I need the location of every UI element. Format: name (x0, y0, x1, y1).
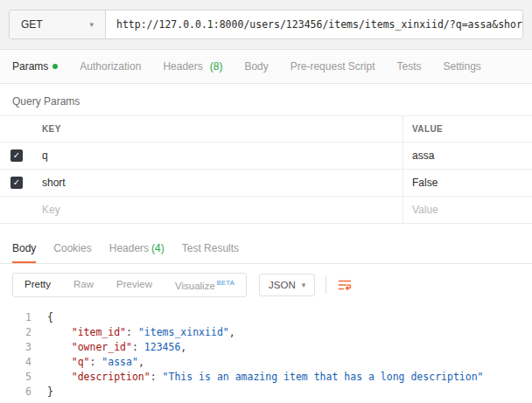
new-param-key-field[interactable]: Key (33, 197, 402, 223)
tab-tests[interactable]: Tests (396, 50, 421, 83)
code-token: : (150, 371, 163, 383)
param-key-field[interactable]: q (33, 142, 402, 169)
checkbox-cell: ✓ (0, 142, 33, 169)
code-line-content: { (47, 310, 53, 325)
tab-label: Body (244, 60, 268, 73)
row-checkbox[interactable]: ✓ (10, 149, 23, 162)
view-tab-raw[interactable]: Raw (62, 274, 105, 296)
line-number: 5 (0, 370, 32, 385)
tab-label: Cookies (53, 242, 91, 254)
table-row: ✓ q assa (0, 142, 532, 170)
response-tab-test-results[interactable]: Test Results (182, 234, 239, 263)
view-tab-label: Raw (74, 279, 94, 289)
code-token-key: "q" (72, 356, 90, 368)
code-token: : (126, 326, 138, 338)
key-column-header: KEY (33, 116, 402, 142)
response-tabs: Body Cookies Headers (4) Test Results (0, 234, 532, 264)
row-checkbox[interactable]: ✓ (10, 177, 23, 189)
code-token: , (138, 356, 144, 368)
beta-badge: BETA (217, 279, 234, 287)
response-headers-count: (4) (151, 242, 164, 254)
tab-authorization[interactable]: Authorization (80, 50, 141, 83)
value-column-header: VALUE (402, 116, 532, 142)
request-url-bar: GET ▾ http://127.0.0.1:8000/users/123456… (0, 0, 532, 50)
tab-body[interactable]: Body (244, 50, 268, 83)
code-token-string: "assa" (102, 356, 138, 368)
response-tab-body[interactable]: Body (12, 234, 36, 263)
tab-label: Settings (444, 60, 481, 73)
code-line-content: "item_id": "items_xinxiid", (47, 325, 235, 340)
view-tab-preview[interactable]: Preview (105, 274, 164, 296)
response-format-select[interactable]: JSON ▾ (259, 274, 315, 296)
response-toolbar: Pretty Raw Preview VisualizeBETA JSON ▾ (12, 273, 520, 297)
response-tab-cookies[interactable]: Cookies (53, 234, 91, 263)
tab-label: Headers (163, 60, 202, 73)
code-line-content: "description": "This is an amazing item … (47, 370, 484, 385)
url-container: GET ▾ http://127.0.0.1:8000/users/123456… (9, 10, 523, 39)
code-line-content: "owner_id": 123456, (47, 340, 186, 355)
param-key-field[interactable]: short (33, 170, 402, 196)
view-tab-pretty[interactable]: Pretty (13, 274, 62, 296)
tab-params[interactable]: Params (12, 50, 58, 83)
code-token: : (132, 341, 144, 353)
request-tabs: Params Authorization Headers (8) Body Pr… (0, 50, 532, 84)
url-input[interactable]: http://127.0.0.1:8000/users/123456/items… (106, 10, 522, 38)
line-number: 1 (0, 310, 32, 325)
tab-settings[interactable]: Settings (444, 50, 481, 83)
response-tab-headers[interactable]: Headers (4) (109, 234, 164, 263)
section-gap (0, 224, 532, 234)
tab-label: Pre-request Script (290, 60, 375, 73)
params-active-dot-icon (52, 64, 58, 69)
code-token (47, 326, 72, 338)
param-value-field[interactable]: False (402, 170, 532, 196)
code-line: 3 "owner_id": 123456, (0, 340, 532, 355)
code-line-content: } (47, 385, 53, 400)
view-tab-label: Preview (116, 279, 152, 289)
line-number: 4 (0, 355, 32, 370)
code-line-content: "q": "assa", (47, 355, 144, 370)
toolbar-divider (326, 276, 326, 294)
tab-label: Headers (109, 242, 149, 254)
method-select[interactable]: GET ▾ (10, 10, 106, 38)
view-tab-visualize[interactable]: VisualizeBETA (164, 274, 246, 296)
table-row: ✓ short False (0, 170, 532, 197)
code-token-key: "item_id" (72, 326, 126, 338)
check-icon: ✓ (13, 178, 20, 187)
view-tab-label: Visualize (175, 281, 215, 291)
line-number: 3 (0, 340, 32, 355)
line-number: 2 (0, 325, 32, 340)
text-wrap-button[interactable] (337, 277, 353, 293)
code-token: } (47, 386, 53, 398)
tab-label: Body (12, 242, 36, 254)
param-value-field[interactable]: assa (402, 142, 532, 169)
checkbox-cell (0, 197, 33, 223)
code-token: , (229, 326, 235, 338)
header-checkbox-cell (0, 116, 33, 142)
query-params-table: KEY VALUE ✓ q assa ✓ short False Key Val… (0, 115, 532, 224)
table-header-row: KEY VALUE (0, 115, 532, 142)
line-number: 6 (0, 385, 32, 400)
url-value: http://127.0.0.1:8000/users/123456/items… (116, 18, 522, 31)
chevron-down-icon: ▾ (89, 20, 94, 29)
tab-pre-request-script[interactable]: Pre-request Script (290, 50, 375, 83)
code-token (47, 341, 72, 353)
tab-headers[interactable]: Headers (8) (163, 50, 222, 83)
method-label: GET (21, 18, 43, 31)
code-token (47, 356, 72, 368)
code-line: 4 "q": "assa", (0, 355, 532, 370)
checkbox-cell: ✓ (0, 170, 33, 196)
code-token (47, 371, 72, 383)
chevron-down-icon: ▾ (302, 281, 306, 289)
response-view-group: Pretty Raw Preview VisualizeBETA (12, 273, 247, 297)
code-token-key: "description" (72, 371, 150, 383)
code-line: 5 "description": "This is an amazing ite… (0, 370, 532, 385)
check-icon: ✓ (13, 151, 20, 160)
code-token-number: 123456 (144, 341, 181, 353)
code-token: : (89, 356, 102, 368)
tab-label: Tests (396, 60, 421, 73)
tab-label: Params (12, 60, 48, 73)
new-param-value-field[interactable]: Value (402, 197, 532, 223)
code-token: { (47, 311, 53, 323)
tab-label: Test Results (182, 242, 239, 254)
response-body-code[interactable]: 1 { 2 "item_id": "items_xinxiid", 3 "own… (0, 302, 532, 400)
